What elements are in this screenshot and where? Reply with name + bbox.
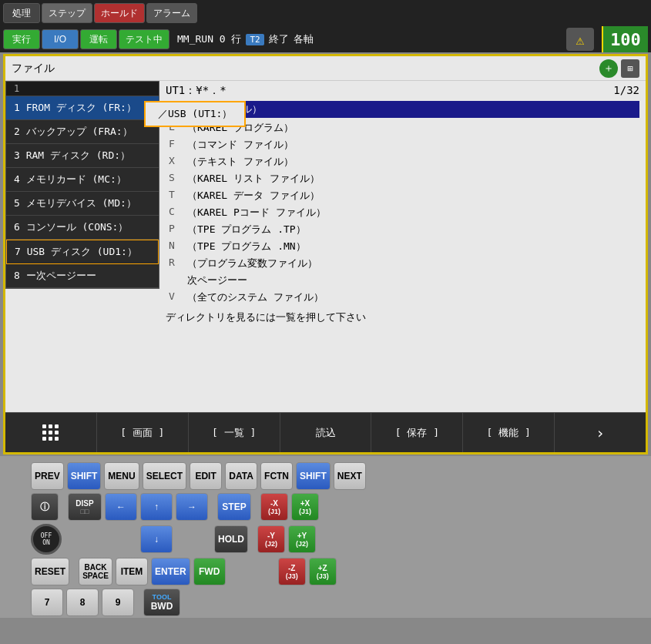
kbd-row-5: 7 8 9 TOOL BWD	[31, 589, 620, 616]
dropdown-item-1[interactable]: 1 FROM ディスク (FR:）	[6, 96, 159, 120]
panel-title: ファイル	[12, 62, 55, 75]
shori-button[interactable]: 処理	[3, 3, 40, 23]
toolbar-row1: 処理 ステップ ホールド アラーム	[0, 0, 651, 26]
list-button[interactable]: [ 一覧 ]	[189, 413, 280, 452]
kbd-row-3: OFF ON ↓ HOLD -Y (J2) +Y (J2)	[31, 524, 620, 555]
file-path: UT1：¥*．*	[166, 84, 227, 98]
file-row-5: C （KAREL Pコード ファイル）	[166, 204, 639, 221]
dropdown-item-5[interactable]: 5 メモリデバイス (MD:）	[6, 192, 159, 216]
y-minus-key[interactable]: -Y (J2)	[257, 525, 285, 553]
panel-content: 1 1 FROM ディスク (FR:） 2 バックアップ (FRA:） 3 RA…	[5, 81, 646, 412]
selected-num: 1	[14, 83, 19, 94]
file-area: UT1：¥*．* 1/32 （全てのファイル） L （KAREL プログラム） …	[159, 81, 646, 412]
main-panel: ファイル ＋ ⊞ 1 1 FROM ディスク (FR:） 2 バックアップ (F…	[3, 54, 648, 454]
fctn-key[interactable]: FCTN	[260, 462, 293, 490]
unten-button[interactable]: 運転	[80, 29, 117, 49]
num-8-key[interactable]: 8	[66, 589, 99, 616]
up-arrow-key[interactable]: ↑	[140, 493, 173, 521]
edit-key[interactable]: EDIT	[190, 462, 222, 490]
shift-key-left[interactable]: SHIFT	[67, 462, 102, 490]
kbd-row-4: RESET BACKSPACE ITEM ENTER FWD -Z (J3) +…	[31, 558, 620, 585]
item-key[interactable]: ITEM	[116, 558, 148, 585]
t2-tag: T2	[246, 34, 263, 45]
file-row-next: 次ページーー	[166, 272, 639, 289]
z-minus-key[interactable]: -Z (J3)	[278, 558, 306, 585]
num-9-key[interactable]: 9	[102, 589, 134, 616]
file-row-6: P （TPE プログラム .TP）	[166, 221, 639, 238]
dropdown-item-7[interactable]: 7 USB ディスク (UD1:）	[6, 240, 159, 264]
file-page: 1/32	[613, 84, 639, 98]
left-arrow-key[interactable]: ←	[105, 493, 137, 521]
save-button[interactable]: [ 保存 ]	[371, 413, 463, 452]
function-button[interactable]: [ 機能 ]	[463, 413, 555, 452]
backspace-key[interactable]: BACKSPACE	[79, 558, 112, 585]
enter-key[interactable]: ENTER	[151, 558, 190, 585]
down-arrow-key[interactable]: ↓	[140, 525, 173, 553]
dropdown-menu: 1 1 FROM ディスク (FR:） 2 バックアップ (FRA:） 3 RA…	[5, 81, 159, 289]
step-button[interactable]: ステップ	[42, 3, 92, 23]
io-button[interactable]: I/O	[42, 29, 79, 49]
x-plus-key[interactable]: +X (J1)	[291, 493, 319, 521]
menu-key[interactable]: MENU	[104, 462, 139, 490]
dropdown-item-4[interactable]: 4 メモリカード (MC:）	[6, 168, 159, 192]
next-key[interactable]: NEXT	[334, 462, 366, 490]
bottom-bar: [ 画面 ] [ 一覧 ] 読込 [ 保存 ] [ 機能 ] ›	[5, 412, 646, 452]
file-row-2: X （テキスト ファイル）	[166, 153, 639, 170]
hint-text: ディレクトリを見るには一覧を押して下さい	[166, 310, 639, 324]
panel-header: ファイル ＋ ⊞	[5, 56, 646, 81]
file-row-8: R （プログラム変数ファイル）	[166, 255, 639, 272]
kbd-row-1: PREV SHIFT MENU SELECT EDIT DATA FCTN SH…	[31, 462, 620, 490]
file-path-row: UT1：¥*．* 1/32	[166, 84, 639, 98]
status-bar: MM_RUN 0 行 T2 終了 各軸 ⚠	[171, 28, 600, 51]
dropdown-item-3[interactable]: 3 RAM ディスク (RD:）	[6, 144, 159, 168]
disp-key[interactable]: DISP □□	[68, 493, 102, 521]
num-7-key[interactable]: 7	[31, 589, 63, 616]
grid-button[interactable]	[5, 413, 97, 452]
prev-key[interactable]: PREV	[31, 462, 64, 490]
file-row-9: V （全てのシステム ファイル）	[166, 289, 639, 306]
next-arrow-button[interactable]: ›	[555, 413, 646, 452]
test-button[interactable]: テスト中	[119, 29, 169, 49]
file-row-3: S （KAREL リスト ファイル）	[166, 170, 639, 187]
x-minus-key[interactable]: -X (J1)	[260, 493, 288, 521]
shift-key-right[interactable]: SHIFT	[296, 462, 331, 490]
dropdown-item-8[interactable]: 8 ー次ページーー	[6, 264, 159, 288]
dropdown-item-2[interactable]: 2 バックアップ (FRA:）	[6, 120, 159, 144]
hold-key[interactable]: HOLD	[214, 525, 248, 553]
add-icon[interactable]: ＋	[599, 59, 618, 78]
load-button[interactable]: 読込	[280, 413, 372, 452]
file-row-4: T （KAREL データ ファイル）	[166, 187, 639, 204]
file-row-1: F （コマンド ファイル）	[166, 136, 639, 153]
right-arrow-key[interactable]: →	[176, 493, 208, 521]
jikko-button[interactable]: 実行	[3, 29, 40, 49]
toolbar-row2: 実行 I/O 運転 テスト中 MM_RUN 0 行 T2 終了 各軸 ⚠ 100	[0, 26, 651, 52]
select-key[interactable]: SELECT	[143, 462, 186, 490]
dropdown-header: 1	[6, 82, 159, 96]
z-plus-key[interactable]: +Z (J3)	[309, 558, 337, 585]
keyboard-area: PREV SHIFT MENU SELECT EDIT DATA FCTN SH…	[0, 456, 651, 618]
power-knob[interactable]: OFF ON	[31, 524, 62, 555]
data-key[interactable]: DATA	[225, 462, 257, 490]
info-key[interactable]: ⓘ	[31, 493, 59, 521]
status-text: MM_RUN 0 行	[177, 32, 241, 46]
bwd-key[interactable]: TOOL BWD	[143, 589, 180, 616]
dropdown-item-6[interactable]: 6 コンソール (CONS:）	[6, 216, 159, 240]
alarm-button[interactable]: アラーム	[146, 3, 197, 23]
fwd-key[interactable]: FWD	[193, 558, 226, 585]
usb-popup[interactable]: ／USB (UT1:）	[144, 101, 246, 127]
file-row-7: N （TPE プログラム .MN）	[166, 238, 639, 255]
score-box: 100	[602, 26, 648, 52]
reset-key[interactable]: RESET	[31, 558, 69, 585]
alert-icon[interactable]: ⚠	[566, 28, 594, 51]
hold-button[interactable]: ホールド	[94, 3, 145, 23]
layout-icon[interactable]: ⊞	[621, 59, 639, 78]
end-text: 終了	[269, 32, 289, 46]
step-key[interactable]: STEP	[217, 493, 251, 521]
axes-text: 各軸	[294, 32, 314, 46]
y-plus-key[interactable]: +Y (J2)	[288, 525, 316, 553]
kbd-row-2: ⓘ DISP □□ ← ↑ → STEP -X (J1) +X (J1)	[31, 493, 620, 521]
screen-button[interactable]: [ 画面 ]	[97, 413, 189, 452]
